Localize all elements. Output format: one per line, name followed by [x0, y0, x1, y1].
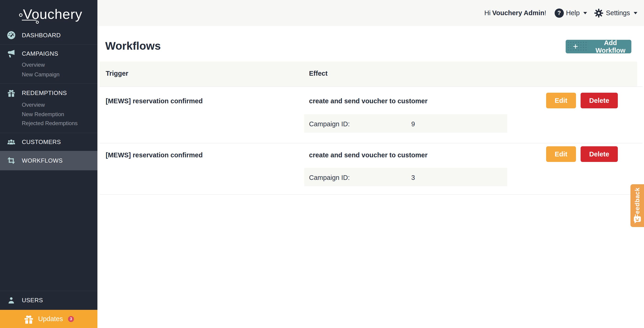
campaign-id-label: Campaign ID: — [309, 174, 350, 181]
logo-text: Vouchery — [23, 4, 82, 25]
settings-menu[interactable]: Settings — [606, 9, 630, 17]
effect-cell: create and send voucher to customer — [309, 151, 428, 159]
campaign-detail-box: Campaign ID: 9 — [304, 114, 507, 133]
gift-icon — [7, 89, 16, 97]
column-header-trigger: Trigger — [106, 70, 128, 77]
megaphone-icon — [7, 49, 16, 58]
sidebar-subitem-campaigns-overview[interactable]: Overview — [22, 61, 45, 68]
plus-icon — [572, 44, 578, 51]
sidebar-item-label: REDEMPTIONS — [22, 90, 67, 97]
sidebar-subitem-rejected-redemptions[interactable]: Rejected Redemptions — [22, 120, 78, 127]
gear-icon[interactable] — [594, 8, 604, 18]
chevron-down-icon[interactable] — [634, 12, 637, 14]
vouchery-logo[interactable]: Vouchery — [19, 3, 84, 26]
logo-ring-icon — [19, 13, 22, 17]
help-menu[interactable]: Help — [566, 9, 580, 17]
divider — [100, 194, 642, 195]
page-title: Workflows — [105, 40, 161, 52]
feedback-tab[interactable]: Feedback — [630, 184, 644, 227]
delete-button[interactable]: Delete — [580, 93, 618, 108]
divider — [100, 87, 642, 87]
feedback-label: Feedback — [634, 187, 641, 218]
sidebar-item-label: CAMPAIGNS — [22, 50, 58, 57]
user-greeting: HiVouchery Admin! — [484, 9, 546, 17]
divider — [0, 291, 98, 291]
trigger-cell: [MEWS] reservation confirmed — [106, 97, 203, 105]
sidebar-subitem-new-campaign[interactable]: New Campaign — [22, 71, 60, 78]
sidebar-item-label: USERS — [22, 297, 43, 304]
updates-label: Updates — [38, 315, 63, 323]
people-icon — [7, 138, 16, 146]
question-circle-icon[interactable]: ? — [555, 9, 564, 18]
column-header-effect: Effect — [309, 70, 328, 77]
campaign-id-label: Campaign ID: — [309, 120, 350, 128]
logo-underline — [22, 20, 36, 21]
edit-button[interactable]: Edit — [546, 93, 576, 108]
sidebar-item-label: CUSTOMERS — [22, 138, 61, 146]
table-header-row — [100, 62, 637, 87]
gift-icon — [24, 314, 34, 324]
campaign-detail-box: Campaign ID: 3 — [304, 168, 507, 186]
sidebar-item-redemptions[interactable]: REDEMPTIONS — [0, 84, 98, 102]
sidebar-item-customers[interactable]: CUSTOMERS — [0, 133, 98, 151]
topbar: HiVouchery Admin! ? Help Settings — [98, 0, 644, 26]
divider — [100, 143, 642, 143]
campaign-id-value: 3 — [411, 174, 415, 181]
chat-smiley-icon — [633, 216, 642, 225]
chevron-down-icon[interactable] — [583, 12, 587, 14]
sidebar-item-workflows[interactable]: WORKFLOWS — [0, 151, 98, 170]
sidebar-item-campaigns[interactable]: CAMPAIGNS — [0, 45, 98, 63]
sidebar-subitem-redemptions-overview[interactable]: Overview — [22, 101, 45, 108]
trigger-cell: [MEWS] reservation confirmed — [106, 151, 203, 159]
effect-cell: create and send voucher to customer — [309, 97, 428, 105]
sidebar-item-users[interactable]: USERS — [0, 291, 98, 309]
repeat-icon — [7, 156, 16, 165]
updates-button[interactable]: Updates 3 — [0, 310, 98, 328]
sidebar-item-label: WORKFLOWS — [22, 157, 63, 164]
user-name: Vouchery Admin — [492, 9, 544, 17]
logo-ring-icon — [36, 21, 39, 24]
updates-count-badge: 3 — [68, 316, 74, 322]
sidebar-item-label: DASHBOARD — [22, 32, 61, 39]
sidebar: Vouchery DASHBOARD — [0, 0, 98, 328]
campaign-id-value: 9 — [411, 120, 415, 128]
add-workflow-label: Add Workflow — [591, 39, 630, 54]
user-icon — [7, 296, 16, 304]
divider — [0, 170, 98, 170]
edit-button[interactable]: Edit — [546, 146, 576, 162]
delete-button[interactable]: Delete — [580, 146, 618, 162]
sidebar-subitem-new-redemption[interactable]: New Redemption — [22, 111, 64, 118]
add-workflow-button[interactable]: Add Workflow — [566, 40, 631, 53]
sidebar-item-dashboard[interactable]: DASHBOARD — [0, 26, 98, 44]
divider — [0, 84, 98, 84]
gauge-icon — [7, 31, 16, 40]
